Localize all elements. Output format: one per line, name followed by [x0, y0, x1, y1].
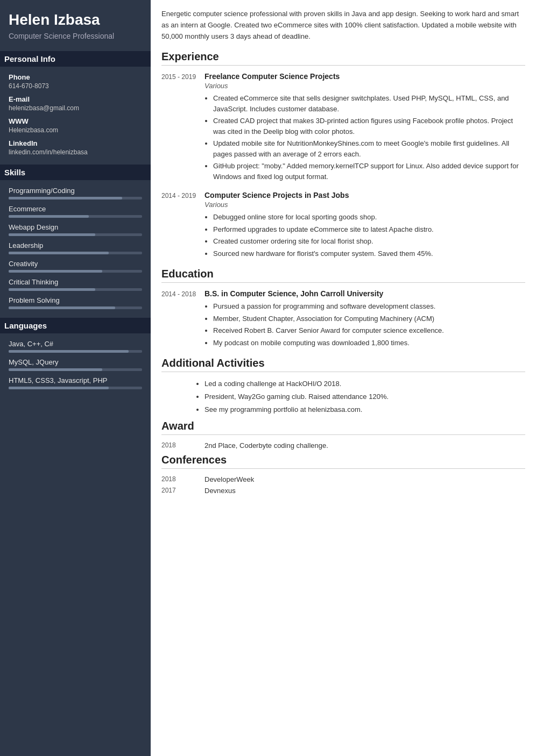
- skill-bar-bg: [9, 233, 142, 236]
- skill-bar-fill: [9, 270, 102, 273]
- sidebar: Helen Izbasa Computer Science Profession…: [0, 0, 151, 756]
- activities-title: Additional Activities: [161, 357, 525, 372]
- languages-list: Java, C++, C#MySQL, JQueryHTML5, CSS3, J…: [9, 340, 142, 389]
- language-label: Java, C++, C#: [9, 340, 142, 348]
- skill-bar-fill: [9, 197, 122, 199]
- language-bar-bg: [9, 350, 142, 353]
- conferences-list: 2018DeveloperWeek2017Devnexus: [161, 475, 525, 495]
- main-content: Energetic computer science professional …: [151, 0, 536, 756]
- conference-name: DeveloperWeek: [204, 475, 254, 483]
- activity-item: President, Way2Go gaming club. Raised at…: [204, 391, 525, 403]
- education-bullet: Pursued a passion for programming and so…: [213, 301, 525, 312]
- education-list: 2014 - 2018B.S. in Computer Science, Joh…: [161, 289, 525, 350]
- skill-bar-bg: [9, 288, 142, 291]
- skill-label: Creativity: [9, 260, 142, 268]
- skill-label: Programming/Coding: [9, 187, 142, 195]
- conference-year: 2017: [161, 487, 204, 495]
- education-bullet: Received Robert B. Carver Senior Award f…: [213, 325, 525, 336]
- experience-entry: 2014 - 2019Computer Science Projects in …: [161, 191, 525, 260]
- skill-label: Critical Thinking: [9, 278, 142, 286]
- experience-title: Experience: [161, 51, 525, 66]
- conference-entry: 2017Devnexus: [161, 487, 525, 495]
- language-bar-bg: [9, 387, 142, 389]
- conference-year: 2018: [161, 475, 204, 483]
- activity-item: Led a coding challenge at HackOHI/O 2018…: [204, 379, 525, 390]
- experience-bullets: Created eCommerce site that sells design…: [204, 93, 525, 182]
- education-degree: B.S. in Computer Science, John Carroll U…: [204, 289, 525, 298]
- language-bar-fill: [9, 368, 102, 371]
- experience-bullet: Created eCommerce site that sells design…: [213, 93, 525, 114]
- experience-bullet: Sourced new hardware for florist's compu…: [213, 248, 525, 259]
- experience-bullet: Created customer ordering site for local…: [213, 236, 525, 247]
- summary: Energetic computer science professional …: [161, 9, 525, 42]
- language-bar-fill: [9, 350, 129, 353]
- experience-entry: 2015 - 2019Freelance Computer Science Pr…: [161, 72, 525, 183]
- awards-list: 20182nd Place, Coderbyte coding challeng…: [161, 441, 525, 450]
- experience-content: Computer Science Projects in Past JobsVa…: [204, 191, 525, 260]
- experience-list: 2015 - 2019Freelance Computer Science Pr…: [161, 72, 525, 260]
- skill-bar-fill: [9, 306, 115, 309]
- education-bullet: My podcast on mobile computing was downl…: [213, 338, 525, 348]
- skill-label: Leadership: [9, 241, 142, 249]
- conference-name: Devnexus: [204, 487, 236, 495]
- skill-label: Ecommerce: [9, 205, 142, 213]
- skills-list: Programming/CodingEcommerceWebapp Design…: [9, 187, 142, 309]
- language-label: MySQL, JQuery: [9, 358, 142, 366]
- skill-bar-bg: [9, 306, 142, 309]
- phone-value: 614-670-8073: [9, 82, 142, 90]
- skill-bar-bg: [9, 270, 142, 273]
- experience-bullet: Created CAD project that makes 3D-printe…: [213, 116, 525, 137]
- activity-item: See my programming portfolio at helenizb…: [204, 404, 525, 416]
- personal-info-section: Personal Info: [0, 51, 151, 67]
- experience-bullet: Updated mobile site for NutritionMonkeyS…: [213, 138, 525, 159]
- award-year: 2018: [161, 441, 204, 450]
- skill-bar-bg: [9, 197, 142, 199]
- languages-section: Languages: [0, 318, 151, 333]
- email-label: E-mail: [9, 95, 142, 103]
- experience-bullet: Performed upgrades to update eCommerce s…: [213, 224, 525, 235]
- skill-bar-fill: [9, 215, 89, 218]
- phone-label: Phone: [9, 73, 142, 81]
- activities-list: Led a coding challenge at HackOHI/O 2018…: [161, 379, 525, 415]
- skill-bar-bg: [9, 215, 142, 218]
- experience-title: Computer Science Projects in Past Jobs: [204, 191, 525, 199]
- language-bar-fill: [9, 387, 109, 389]
- www-label: WWW: [9, 117, 142, 125]
- education-dates: 2014 - 2018: [161, 289, 204, 350]
- linkedin-value: linkedin.com/in/helenizbasa: [9, 148, 142, 156]
- award-text: 2nd Place, Coderbyte coding challenge.: [204, 441, 328, 450]
- candidate-title: Computer Science Professional: [9, 31, 142, 42]
- skill-label: Problem Solving: [9, 296, 142, 304]
- award-entry: 20182nd Place, Coderbyte coding challeng…: [161, 441, 525, 450]
- skill-bar-fill: [9, 233, 95, 236]
- conference-entry: 2018DeveloperWeek: [161, 475, 525, 483]
- email-value: helenizbasa@gmail.com: [9, 104, 142, 112]
- experience-content: Freelance Computer Science ProjectsVario…: [204, 72, 525, 183]
- skill-bar-bg: [9, 252, 142, 254]
- education-title: Education: [161, 268, 525, 283]
- candidate-name: Helen Izbasa: [9, 11, 142, 29]
- award-title: Award: [161, 420, 525, 435]
- experience-title: Freelance Computer Science Projects: [204, 72, 525, 81]
- education-bullet: Member, Student Chapter, Association for…: [213, 313, 525, 324]
- experience-bullets: Debugged online store for local sporting…: [204, 212, 525, 259]
- skill-bar-fill: [9, 252, 109, 254]
- www-value: Helenizbasa.com: [9, 126, 142, 134]
- experience-dates: 2015 - 2019: [161, 72, 204, 183]
- language-bar-bg: [9, 368, 142, 371]
- language-label: HTML5, CSS3, Javascript, PHP: [9, 376, 142, 384]
- education-bullets: Pursued a passion for programming and so…: [204, 301, 525, 348]
- conferences-title: Conferences: [161, 454, 525, 469]
- skills-section: Skills: [0, 165, 151, 180]
- skill-bar-fill: [9, 288, 95, 291]
- experience-bullet: Debugged online store for local sporting…: [213, 212, 525, 223]
- skill-label: Webapp Design: [9, 223, 142, 231]
- experience-company: Various: [204, 82, 525, 90]
- experience-company: Various: [204, 201, 525, 209]
- education-entry: 2014 - 2018B.S. in Computer Science, Joh…: [161, 289, 525, 350]
- experience-dates: 2014 - 2019: [161, 191, 204, 260]
- experience-bullet: GitHub project: "moby." Added memory.ker…: [213, 161, 525, 182]
- linkedin-label: LinkedIn: [9, 139, 142, 147]
- education-content: B.S. in Computer Science, John Carroll U…: [204, 289, 525, 350]
